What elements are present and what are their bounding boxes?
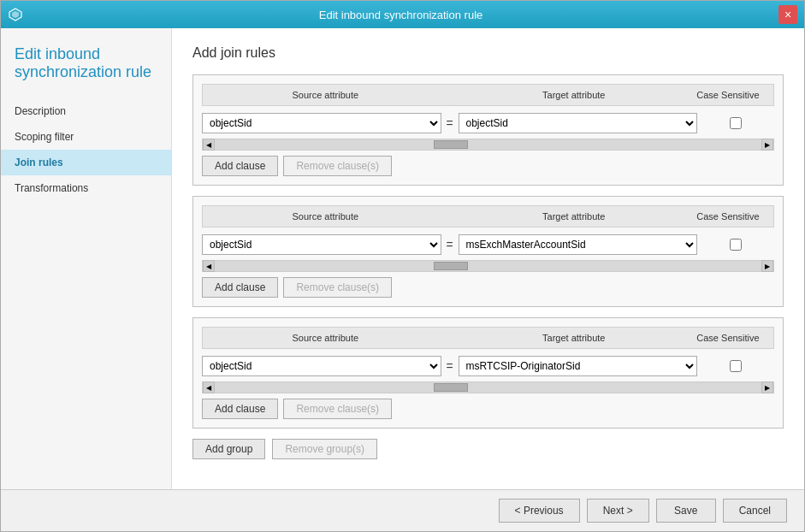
sidebar-item-transformations[interactable]: Transformations: [1, 175, 171, 201]
join-group-3: Source attribute Target attribute Case S…: [192, 317, 784, 429]
footer: < Previous Next > Save Cancel: [1, 489, 804, 531]
group3-target-label: Target attribute: [459, 333, 690, 343]
group1-add-clause-button[interactable]: Add clause: [202, 156, 278, 176]
group3-scroll-track[interactable]: [215, 382, 761, 393]
group2-add-clause-button[interactable]: Add clause: [202, 277, 278, 298]
group1-scroll-right[interactable]: ▶: [761, 139, 773, 151]
group1-case-label: Case Sensitive: [690, 90, 767, 100]
group3-case-label: Case Sensitive: [690, 333, 767, 343]
group1-target-label: Target attribute: [459, 90, 690, 100]
group1-case-checkbox[interactable]: [730, 117, 742, 129]
sidebar-item-description[interactable]: Description: [1, 98, 171, 124]
group3-scrollbar: ◀ ▶: [202, 381, 774, 393]
main-window: Edit inbound synchronization rule × Edit…: [0, 0, 805, 532]
group3-case-checkbox[interactable]: [730, 360, 742, 372]
group2-header: Source attribute Target attribute Case S…: [202, 205, 774, 228]
group1-source-select[interactable]: objectSid: [202, 113, 441, 133]
group1-scroll-track[interactable]: [215, 139, 761, 150]
sidebar-item-scoping-filter[interactable]: Scoping filter: [1, 124, 171, 150]
next-button[interactable]: Next >: [587, 499, 649, 523]
save-button[interactable]: Save: [656, 499, 716, 523]
page-heading: Edit inbound synchronization rule: [1, 45, 171, 98]
group2-case-checkbox[interactable]: [730, 239, 742, 251]
cancel-button[interactable]: Cancel: [723, 499, 787, 523]
group2-target-label: Target attribute: [459, 211, 690, 222]
group3-remove-clauses-button[interactable]: Remove clause(s): [283, 399, 392, 419]
window-title: Edit inbound synchronization rule: [23, 9, 778, 21]
group3-row-1: objectSid = msRTCSIP-OriginatorSid: [202, 356, 774, 376]
group1-scrollbar: ◀ ▶: [202, 139, 774, 151]
group3-header: Source attribute Target attribute Case S…: [202, 327, 774, 349]
group3-add-clause-button[interactable]: Add clause: [202, 399, 278, 419]
content-area: Edit inbound synchronization rule Descri…: [1, 28, 804, 489]
add-group-button[interactable]: Add group: [192, 439, 265, 459]
group2-scroll-left[interactable]: ◀: [203, 260, 215, 272]
group3-scroll-thumb: [434, 383, 468, 392]
group2-remove-clauses-button[interactable]: Remove clause(s): [283, 277, 392, 298]
group3-source-select[interactable]: objectSid: [202, 356, 441, 376]
group2-target-select[interactable]: msExchMasterAccountSid: [459, 234, 698, 255]
group2-case-label: Case Sensitive: [690, 211, 767, 222]
group3-scroll-left[interactable]: ◀: [203, 381, 215, 393]
group-btn-row: Add group Remove group(s): [192, 439, 784, 459]
group3-equals: =: [441, 359, 459, 373]
group2-scroll-thumb: [434, 262, 468, 270]
group2-source-select[interactable]: objectSid: [202, 234, 441, 255]
group2-source-label: Source attribute: [210, 211, 441, 222]
group1-scroll-left[interactable]: ◀: [203, 139, 215, 151]
section-title: Add join rules: [192, 45, 784, 61]
group3-case-check: [697, 360, 774, 372]
group2-equals: =: [441, 238, 459, 251]
group1-scroll-thumb: [434, 140, 468, 149]
join-group-1: Source attribute Target attribute Case S…: [192, 74, 784, 186]
close-button[interactable]: ×: [778, 5, 797, 24]
sidebar: Edit inbound synchronization rule Descri…: [1, 28, 172, 489]
group2-btn-row: Add clause Remove clause(s): [202, 277, 774, 298]
group3-target-select[interactable]: msRTCSIP-OriginatorSid: [459, 356, 698, 376]
group1-target-select[interactable]: objectSid: [459, 113, 698, 133]
title-bar: Edit inbound synchronization rule ×: [1, 1, 804, 28]
group1-case-check: [697, 117, 774, 129]
join-group-2: Source attribute Target attribute Case S…: [192, 196, 784, 307]
svg-marker-1: [12, 11, 19, 18]
group3-source-label: Source attribute: [210, 333, 441, 343]
sidebar-item-join-rules[interactable]: Join rules: [1, 150, 171, 175]
group1-equals: =: [441, 116, 459, 130]
group1-header: Source attribute Target attribute Case S…: [202, 84, 774, 106]
remove-groups-button[interactable]: Remove group(s): [272, 439, 377, 459]
group3-btn-row: Add clause Remove clause(s): [202, 399, 774, 419]
group1-row-1: objectSid = objectSid: [202, 113, 774, 133]
window-icon: [8, 7, 23, 22]
group1-source-label: Source attribute: [210, 90, 441, 100]
group3-scroll-right[interactable]: ▶: [761, 381, 773, 393]
group2-case-check: [697, 239, 774, 251]
group2-scroll-right[interactable]: ▶: [761, 260, 773, 272]
group2-scrollbar: ◀ ▶: [202, 260, 774, 272]
main-content: Add join rules Source attribute Target a…: [172, 28, 804, 489]
group1-remove-clauses-button[interactable]: Remove clause(s): [283, 156, 392, 176]
group2-scroll-track[interactable]: [215, 261, 761, 271]
group2-row-1: objectSid = msExchMasterAccountSid: [202, 234, 774, 255]
previous-button[interactable]: < Previous: [499, 499, 580, 523]
group1-btn-row: Add clause Remove clause(s): [202, 156, 774, 176]
